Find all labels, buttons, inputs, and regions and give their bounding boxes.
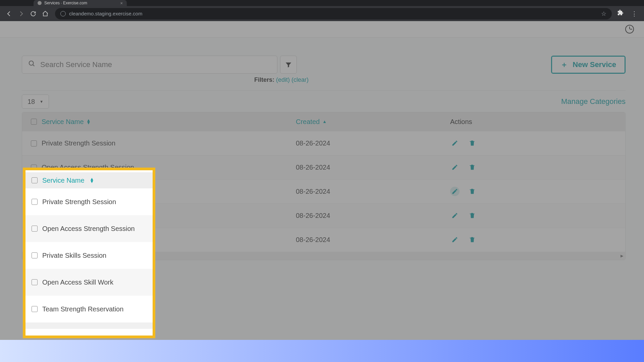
search-input-wrap[interactable] bbox=[22, 56, 277, 74]
table-row[interactable]: Private Strength Session08-26-2024 bbox=[22, 131, 625, 155]
address-bar[interactable]: cleandemo.staging.exercise.com ☆ bbox=[55, 8, 612, 19]
new-service-button[interactable]: ＋ New Service bbox=[551, 56, 626, 74]
filters-line: Filters: (edit) (clear) bbox=[254, 76, 626, 83]
delete-icon[interactable] bbox=[468, 138, 477, 148]
close-tab-icon[interactable]: × bbox=[120, 1, 123, 6]
extensions-icon[interactable] bbox=[617, 9, 624, 18]
page: ＋ New Service Filters: (edit) (clear) 18… bbox=[0, 21, 644, 362]
back-button[interactable] bbox=[5, 9, 13, 18]
service-name: Private Strength Session bbox=[42, 139, 115, 147]
page-size-select[interactable]: 18 ▼ bbox=[22, 95, 49, 109]
edit-icon[interactable] bbox=[450, 211, 460, 220]
search-input[interactable] bbox=[40, 60, 271, 69]
created-date: 08-26-2024 bbox=[296, 139, 383, 147]
service-name: Open Access Skill Work bbox=[42, 212, 113, 220]
favicon-icon bbox=[38, 1, 42, 5]
service-name: Team Strength Reservation bbox=[42, 236, 123, 244]
app-topbar bbox=[0, 21, 644, 38]
search-icon bbox=[28, 60, 36, 69]
table-row[interactable]: Open Access Strength Session08-26-2024 bbox=[22, 155, 625, 179]
services-table: Service Name ▲▼ Created ▲ Actions Privat… bbox=[22, 112, 626, 260]
tab-title: Services · Exercise.com bbox=[44, 1, 87, 5]
created-date: 08-26-2024 bbox=[296, 164, 383, 171]
sort-icon: ▲▼ bbox=[87, 119, 91, 124]
browser-toolbar: cleandemo.staging.exercise.com ☆ ⋮ bbox=[0, 6, 644, 21]
filter-edit-link[interactable]: (edit) bbox=[276, 76, 290, 83]
edit-icon[interactable] bbox=[450, 138, 460, 148]
filter-button[interactable] bbox=[280, 56, 297, 74]
table-row[interactable]: Open Access Skill Work08-26-2024 bbox=[22, 203, 625, 228]
row-checkbox[interactable] bbox=[31, 213, 37, 219]
edit-icon[interactable] bbox=[450, 235, 460, 244]
menu-icon[interactable]: ⋮ bbox=[631, 10, 637, 17]
col-actions: Actions bbox=[383, 118, 625, 126]
table-header: Service Name ▲▼ Created ▲ Actions bbox=[22, 112, 625, 131]
content-area: ＋ New Service Filters: (edit) (clear) 18… bbox=[0, 38, 644, 260]
browser-tab[interactable]: Services · Exercise.com × bbox=[34, 0, 127, 6]
clock-icon[interactable] bbox=[625, 25, 634, 34]
table-row[interactable]: Private Skills Session08-26-2024 bbox=[22, 179, 625, 203]
created-date: 08-26-2024 bbox=[296, 212, 383, 220]
table-row[interactable]: Team Strength Reservation08-26-2024 bbox=[22, 228, 625, 252]
created-date: 08-26-2024 bbox=[296, 236, 383, 244]
delete-icon[interactable] bbox=[468, 211, 477, 220]
reload-button[interactable] bbox=[29, 9, 38, 18]
service-name: Open Access Strength Session bbox=[42, 164, 134, 171]
filter-clear-link[interactable]: (clear) bbox=[291, 76, 309, 83]
scroll-right-icon[interactable]: ▶ bbox=[621, 254, 623, 258]
select-all-checkbox[interactable] bbox=[31, 119, 37, 125]
plus-icon: ＋ bbox=[560, 60, 568, 70]
edit-icon[interactable] bbox=[450, 163, 460, 172]
delete-icon[interactable] bbox=[468, 163, 477, 172]
row-checkbox[interactable] bbox=[31, 237, 37, 243]
delete-icon[interactable] bbox=[468, 235, 477, 244]
globe-icon bbox=[60, 11, 66, 16]
page-size-value: 18 bbox=[28, 98, 35, 106]
service-name: Private Skills Session bbox=[42, 188, 106, 195]
filters-label: Filters: bbox=[254, 76, 274, 83]
controls-row: ＋ New Service bbox=[22, 56, 626, 74]
tab-bar: Services · Exercise.com × bbox=[0, 0, 644, 6]
browser-chrome: Services · Exercise.com × cleandemo.stag… bbox=[0, 0, 644, 21]
col-service-name[interactable]: Service Name ▲▼ bbox=[42, 118, 91, 126]
row-checkbox[interactable] bbox=[31, 165, 37, 171]
url-text: cleandemo.staging.exercise.com bbox=[69, 11, 142, 16]
table-footer: ▶ bbox=[22, 252, 625, 260]
new-service-label: New Service bbox=[573, 60, 616, 69]
forward-button[interactable] bbox=[17, 9, 25, 18]
bottom-gradient bbox=[0, 340, 644, 362]
delete-icon[interactable] bbox=[468, 187, 477, 196]
row-checkbox[interactable] bbox=[31, 189, 37, 195]
caret-down-icon: ▼ bbox=[40, 100, 43, 104]
search-group bbox=[22, 56, 297, 74]
mid-row: 18 ▼ Manage Categories bbox=[22, 90, 626, 109]
row-checkbox[interactable] bbox=[31, 140, 37, 146]
manage-categories-link[interactable]: Manage Categories bbox=[561, 97, 626, 106]
home-button[interactable] bbox=[41, 9, 50, 18]
col-created[interactable]: Created ▲ bbox=[296, 118, 383, 126]
edit-icon[interactable] bbox=[450, 187, 460, 196]
svg-point-0 bbox=[29, 61, 34, 65]
bookmark-icon[interactable]: ☆ bbox=[601, 10, 606, 17]
sort-asc-icon: ▲ bbox=[322, 120, 327, 123]
created-date: 08-26-2024 bbox=[296, 188, 383, 195]
